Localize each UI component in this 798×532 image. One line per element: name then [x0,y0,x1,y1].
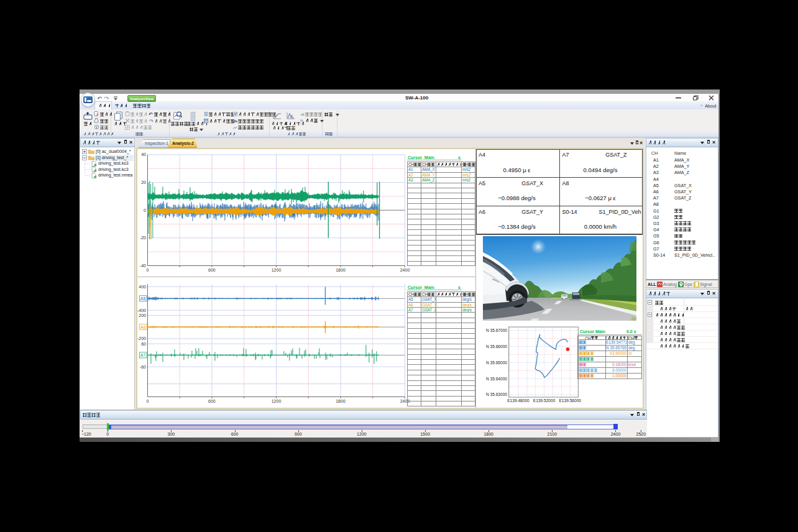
svg-text:1200: 1200 [272,268,282,272]
svg-text:E139.48000: E139.48000 [507,398,530,403]
svg-text:0: 0 [144,208,146,213]
svg-text:E139.52000: E139.52000 [533,398,556,403]
svg-text:40: 40 [141,152,146,157]
svg-text:2400: 2400 [400,268,410,272]
svg-text:60: 60 [141,342,146,346]
svg-text:N 35.64000: N 35.64000 [486,377,507,381]
svg-text:0: 0 [146,399,149,403]
svg-text:N 35.65000: N 35.65000 [486,360,507,365]
svg-text:1800: 1800 [336,399,346,403]
svg-text:N 35.66000: N 35.66000 [486,344,507,349]
svg-text:A6: A6 [140,325,146,329]
svg-text:N 35.67000: N 35.67000 [486,328,507,332]
svg-text:-200: -200 [137,336,146,341]
svg-text:200: 200 [139,313,146,318]
svg-text:600: 600 [208,268,216,272]
svg-text:1800: 1800 [336,268,346,272]
svg-text:-20: -20 [140,236,146,240]
svg-text:-60: -60 [140,365,146,369]
svg-text:0: 0 [146,268,149,272]
svg-text:400: 400 [139,285,146,289]
svg-text:-400: -400 [137,308,146,313]
svg-text:20: 20 [141,180,146,185]
svg-text:-40: -40 [140,264,146,268]
svg-text:600: 600 [208,399,216,403]
svg-text:N 35.63000: N 35.63000 [486,392,507,397]
svg-text:A5: A5 [140,296,146,301]
svg-text:A7: A7 [140,353,146,357]
svg-text:E139.56000: E139.56000 [559,398,581,403]
svg-text:1200: 1200 [272,399,282,403]
